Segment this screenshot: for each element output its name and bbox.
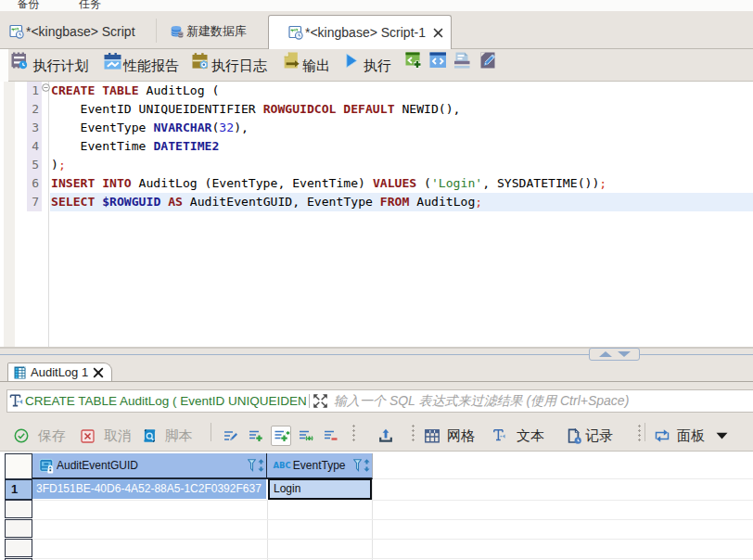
code-token: AS (168, 195, 183, 209)
column-header-auditeventguid[interactable]: AuditEventGUID (32, 453, 266, 479)
close-icon[interactable] (433, 28, 443, 38)
text-view-icon (492, 428, 507, 443)
upload-icon (378, 428, 393, 443)
toolbar-separator (211, 423, 211, 441)
grid-view-icon (425, 429, 440, 443)
save-label: 保存 (38, 427, 66, 445)
cell-eventtype-row1[interactable]: Login (268, 478, 372, 500)
result-data-grid[interactable]: AuditEventGUID ABC EventType 1 3FD151BE-… (0, 452, 753, 560)
fold-collapse-icon[interactable] (42, 83, 51, 93)
text-view-button[interactable]: 文本 (492, 422, 544, 450)
execution-plan-button[interactable]: 执行计划 (11, 52, 89, 80)
import-data-button[interactable] (378, 422, 393, 450)
record-view-label: 记录 (585, 427, 613, 445)
maximize-results-icon[interactable] (618, 351, 631, 357)
close-icon[interactable] (93, 367, 104, 378)
filter-funnel-icon[interactable] (248, 459, 256, 472)
code-token: ; (599, 176, 606, 190)
column-header-label: EventType (293, 459, 353, 472)
output-button[interactable]: 输出 (283, 52, 330, 80)
editor-results-splitter[interactable] (0, 348, 753, 363)
column-header-controls[interactable] (248, 459, 264, 472)
grid-line (32, 558, 753, 559)
cell-auditeventguid-row1[interactable]: 3FD151BE-40D6-4A52-88A5-1C2F0392F637 (32, 479, 266, 499)
edit-cell-button[interactable] (223, 422, 238, 450)
menu-bar: 备份 任务 (0, 0, 753, 11)
sql-editor[interactable]: 1 2 3 4 5 6 7 CREATE TABLE AuditLog ( Ev… (0, 82, 753, 348)
sql-script-icon (9, 24, 24, 39)
sql-console-button[interactable] (429, 52, 447, 80)
code-token: ROWGUIDCOL DEFAULT (263, 102, 395, 116)
menu-item-tasks[interactable]: 任务 (79, 0, 101, 11)
tab-kingbase-script[interactable]: *<kingbase> Script (0, 13, 156, 49)
maximize-editor-icon[interactable] (599, 351, 612, 357)
grid-view-button[interactable]: 网格 (425, 422, 475, 450)
execution-log-button[interactable]: 执行日志 (192, 52, 267, 80)
grid-line (32, 539, 753, 540)
performance-report-button[interactable]: 性能报告 (104, 52, 179, 80)
line-number: 5 (27, 156, 41, 174)
execute-button[interactable]: 执行 (345, 52, 391, 80)
script-button[interactable]: 脚本 (143, 422, 193, 450)
code-token: EventType (51, 121, 153, 134)
save-button[interactable]: 保存 (14, 422, 66, 450)
results-tab-label: AuditLog 1 (31, 365, 88, 379)
tab-label: 新建数据库 (186, 23, 247, 40)
code-token: CREATE TABLE (51, 83, 139, 97)
code-token: ; (58, 158, 66, 172)
toolbar-drag-handle (412, 424, 415, 442)
sql-script-icon (288, 25, 303, 40)
line-number: 3 (27, 119, 41, 137)
sash-line (0, 354, 589, 355)
column-header-controls[interactable] (353, 459, 370, 472)
panel-button[interactable]: 面板 (654, 422, 728, 450)
sql-console-icon (429, 52, 447, 70)
add-row-button[interactable] (248, 422, 263, 450)
execution-plan-label: 执行计划 (33, 52, 89, 80)
performance-report-icon (104, 52, 121, 70)
tab-kingbase-script-1-active[interactable]: *<kingbase> Script-1 (268, 15, 452, 49)
filter-funnel-icon[interactable] (353, 459, 362, 472)
edit-script-button[interactable] (479, 52, 497, 80)
code-token: AuditEventGUID, EventType (183, 195, 380, 209)
tab-label: *<kingbase> Script (26, 24, 135, 39)
save-check-icon (14, 428, 29, 443)
text-cursor-icon (9, 394, 24, 409)
code-token: EventTime (51, 139, 153, 153)
sash-line (640, 354, 753, 355)
new-sql-editor-button[interactable] (405, 52, 423, 80)
delete-row-icon (323, 428, 338, 443)
copy-row-button[interactable] (298, 422, 313, 450)
cancel-label: 取消 (104, 427, 132, 445)
grid-corner-cell[interactable] (5, 453, 32, 479)
record-view-button[interactable]: 记录 (567, 422, 613, 450)
grid-line (267, 500, 268, 560)
row-header-1[interactable]: 1 (5, 479, 32, 500)
menu-item-backup[interactable]: 备份 (18, 0, 40, 11)
sort-icon[interactable] (258, 459, 264, 472)
code-line-5: ); (51, 156, 66, 174)
expand-icon[interactable] (313, 393, 328, 409)
filter-input-placeholder[interactable]: 输入一个 SQL 表达式来过滤结果 (使用 Ctrl+Space) (334, 393, 629, 410)
column-header-eventtype[interactable]: ABC EventType (266, 453, 373, 479)
sash-collapse-control[interactable] (589, 348, 640, 361)
string-type-icon: ABC (274, 461, 291, 470)
edit-cell-icon (223, 428, 238, 443)
line-number: 1 (27, 82, 41, 100)
cancel-button[interactable]: 取消 (81, 422, 132, 450)
line-number: 6 (27, 174, 41, 193)
log-viewer-button[interactable] (453, 52, 471, 80)
tab-new-database[interactable]: 新建数据库 (157, 13, 260, 49)
add-row-copy-button[interactable] (271, 426, 291, 446)
database-icon (170, 24, 185, 39)
sort-icon[interactable] (364, 459, 370, 472)
toolbar-drag-handle (638, 424, 641, 442)
result-filter-bar[interactable]: CREATE TABLE AuditLog ( EventID UNIQUEID… (6, 389, 753, 413)
results-tab-auditlog[interactable]: AuditLog 1 (7, 363, 112, 381)
code-token: 32 (219, 121, 234, 134)
editor-annotation-ruler (4, 82, 15, 347)
chevron-down-icon[interactable] (716, 432, 728, 439)
code-token: AuditLog (409, 195, 475, 209)
add-row-icon (248, 428, 263, 443)
delete-row-button[interactable] (323, 422, 338, 450)
